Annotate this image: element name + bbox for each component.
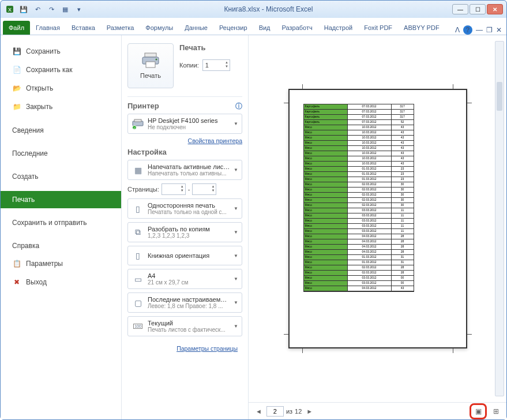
redo-icon[interactable]: ↷ — [46, 3, 57, 15]
setting-sides[interactable]: ▯Односторонняя печатьПечатать только на … — [127, 198, 242, 219]
sidebar-item-saveas[interactable]: 📄Сохранить как — [1, 61, 121, 79]
tab-developer[interactable]: Разработч — [276, 21, 318, 35]
sidebar-item-label: Сохранить как — [26, 66, 72, 74]
chevron-down-icon: ▼ — [234, 121, 238, 126]
show-margins-button[interactable]: ⊞ — [490, 406, 502, 417]
page-number-input[interactable] — [266, 406, 284, 417]
printer-properties-link[interactable]: Свойства принтера — [127, 137, 242, 144]
sidebar-item-save[interactable]: 💾Сохранить — [1, 42, 121, 61]
page-sep: из — [286, 408, 292, 415]
open-icon: 📂 — [12, 84, 21, 93]
copies-input[interactable]: 1▲▼ — [202, 59, 230, 71]
setting-print-area[interactable]: ▦Напечатать активные листыНапечатать тол… — [127, 160, 242, 180]
page-setup-link[interactable]: Параметры страницы — [176, 345, 238, 352]
qat-customize-icon[interactable]: ▾ — [73, 3, 85, 15]
print-preview-panel: Картофель07.03.2012317Картофель07.03.201… — [249, 35, 506, 419]
sidebar-item-label: Создать — [12, 172, 39, 181]
printer-status: Не подключен — [148, 124, 230, 130]
qat-item-icon[interactable]: ▦ — [59, 3, 71, 15]
mdi-min-icon[interactable]: — — [476, 26, 483, 34]
help-icon[interactable]: ? — [463, 25, 472, 35]
sidebar-item-help[interactable]: Справка — [1, 237, 121, 254]
sidebar-item-label: Последние — [12, 149, 48, 158]
next-page-button[interactable]: ► — [304, 408, 315, 415]
svg-point-5 — [156, 59, 157, 61]
setting-scale[interactable]: 100ТекущийПечать листов с фактическ...▼ — [127, 316, 242, 336]
tab-view[interactable]: Вид — [253, 21, 276, 35]
sidebar-item-recent[interactable]: Последние — [1, 145, 121, 162]
chevron-down-icon: ▼ — [234, 300, 238, 305]
sidebar-item-label: Выход — [26, 278, 47, 286]
tab-formulas[interactable]: Формулы — [140, 21, 179, 35]
pages-to-input[interactable]: ▲▼ — [192, 183, 216, 195]
print-button[interactable]: Печать — [127, 43, 174, 88]
exit-icon: ✖ — [12, 278, 21, 287]
orientation-icon: ▯ — [132, 249, 144, 262]
preview-scrollbar[interactable] — [495, 41, 504, 396]
excel-icon[interactable]: X — [4, 3, 16, 15]
sidebar-item-options[interactable]: 📋Параметры — [1, 254, 121, 273]
tab-data[interactable]: Данные — [179, 21, 213, 35]
minimize-button[interactable]: — — [452, 4, 468, 14]
tab-abbyy[interactable]: ABBYY PDF — [398, 21, 445, 35]
save-icon[interactable]: 💾 — [18, 3, 29, 15]
svg-rect-4 — [146, 62, 155, 68]
svg-rect-2 — [145, 53, 156, 57]
print-heading: Печать — [179, 43, 230, 52]
printer-info-icon[interactable]: ⓘ — [235, 102, 242, 111]
sidebar-item-print[interactable]: Печать — [1, 191, 121, 208]
chevron-down-icon: ▼ — [234, 253, 238, 258]
close-button[interactable]: ✕ — [487, 4, 503, 14]
annotation-highlight: ▣ — [470, 403, 487, 419]
sidebar-item-new[interactable]: Создать — [1, 168, 121, 185]
minimize-ribbon-icon[interactable]: ᐱ — [455, 26, 460, 34]
sidebar-item-info[interactable]: Сведения — [1, 122, 121, 139]
sidebar-item-label: Справка — [12, 242, 39, 250]
sidebar-item-send[interactable]: Сохранить и отправить — [1, 214, 121, 231]
sidebar-item-close[interactable]: 📁Закрыть — [1, 97, 121, 116]
sides-icon: ▯ — [132, 202, 144, 215]
print-button-label: Печать — [140, 72, 161, 79]
svg-rect-7 — [134, 119, 141, 122]
close-folder-icon: 📁 — [12, 102, 21, 111]
sidebar-item-label: Закрыть — [26, 103, 52, 111]
printer-selector[interactable]: ✓ HP Deskjet F4100 seriesНе подключен ▼ — [127, 114, 242, 134]
tab-insert[interactable]: Вставка — [66, 21, 101, 35]
printer-section-heading: Принтер — [127, 102, 159, 110]
sidebar-item-label: Сохранить и отправить — [12, 219, 87, 227]
undo-icon[interactable]: ↶ — [32, 3, 43, 15]
chevron-down-icon: ▼ — [234, 324, 238, 329]
mdi-close-icon[interactable]: ✕ — [496, 26, 502, 34]
sidebar-item-exit[interactable]: ✖Выход — [1, 273, 121, 291]
mdi-restore-icon[interactable]: ❐ — [486, 26, 493, 34]
preview-page: Картофель07.03.2012317Картофель07.03.201… — [288, 89, 467, 348]
titlebar: X 💾 ↶ ↷ ▦ ▾ Книга8.xlsx - Microsoft Exce… — [1, 1, 506, 18]
prev-page-button[interactable]: ◄ — [253, 408, 264, 415]
tab-review[interactable]: Рецензир — [213, 21, 253, 35]
tab-layout[interactable]: Разметка — [101, 21, 140, 35]
chevron-down-icon: ▼ — [234, 206, 238, 211]
paper-icon: ▭ — [132, 273, 144, 286]
printer-status-icon: ✓ — [132, 118, 144, 130]
chevron-down-icon: ▼ — [234, 167, 238, 172]
print-settings-panel: Печать Копии: 1▲▼ Печать Принтерⓘ ✓ HP D… — [122, 35, 249, 419]
collate-icon: ⧉ — [132, 226, 144, 239]
zoom-to-page-button[interactable]: ▣ — [472, 406, 484, 417]
svg-text:X: X — [8, 7, 12, 13]
printer-icon — [141, 52, 160, 69]
tab-addins[interactable]: Надстрой — [318, 21, 358, 35]
maximize-button[interactable]: ☐ — [470, 4, 486, 14]
sidebar-item-label: Параметры — [26, 260, 63, 268]
pages-from-input[interactable]: ▲▼ — [162, 183, 186, 195]
pages-label: Страницы: — [127, 186, 159, 193]
tab-file[interactable]: Файл — [3, 21, 30, 35]
setting-orientation[interactable]: ▯Книжная ориентация▼ — [127, 246, 242, 265]
setting-paper[interactable]: ▭A421 см x 29,7 см▼ — [127, 269, 242, 289]
setting-margins[interactable]: ▢Последние настраиваемые ...Левое: 1,8 с… — [127, 292, 242, 313]
setting-collate[interactable]: ⧉Разобрать по копиям1,2,3 1,2,3 1,2,3▼ — [127, 222, 242, 242]
tab-home[interactable]: Главная — [30, 21, 66, 35]
window-title: Книга8.xlsx - Microsoft Excel — [85, 5, 452, 13]
sidebar-item-open[interactable]: 📂Открыть — [1, 79, 121, 97]
tab-foxit[interactable]: Foxit PDF — [358, 21, 398, 35]
preview-table: Картофель07.03.2012317Картофель07.03.201… — [303, 104, 414, 292]
